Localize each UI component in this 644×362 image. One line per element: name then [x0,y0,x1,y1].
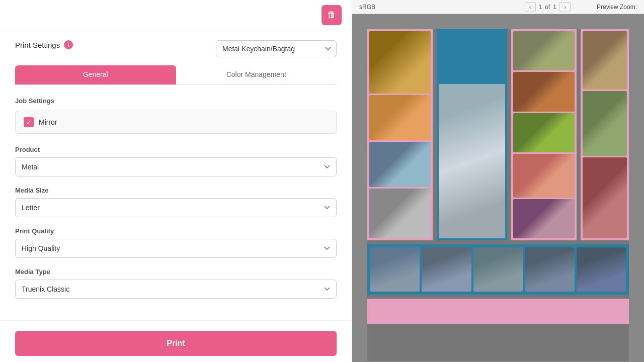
photo-layout-container [367,29,629,361]
photo-kid-car [369,142,431,187]
total-pages: 1 [553,4,556,11]
tabs-row: General Color Management [15,65,337,85]
left-panel: 🗑 Print Settings i Metal Keychain/Bagtag… [0,0,352,362]
photo-partial-3 [583,157,627,238]
photo-outdoor-4 [513,199,575,238]
product-label: Product [15,146,337,153]
print-settings-header-row: Print Settings i Metal Keychain/Bagtag P… [15,40,337,57]
bottom-strip [367,244,629,295]
photo-outdoor-3 [513,113,575,152]
photo-outdoor-2 [513,72,575,111]
mirror-label: Mirror [39,118,57,126]
top-bar: 🗑 [0,0,352,30]
photo-partial-2 [583,91,627,156]
mirror-checkbox[interactable]: ✓ [24,117,34,127]
media-type-dropdown[interactable]: Truenix Classic Matte Glossy Satin [15,280,337,299]
product-top-dropdown[interactable]: Metal Keychain/Bagtag Photo Print Canvas… [216,40,337,57]
photo-car-mirror [439,84,505,238]
photo-teal-block [439,31,505,82]
mirror-row: ✓ Mirror [24,117,328,127]
media-size-dropdown[interactable]: Letter A4 4x6 5x7 8x10 [15,198,337,217]
print-button[interactable]: Print [15,331,337,356]
thumb-man-3 [473,247,523,292]
photo-partial-1 [583,31,627,89]
settings-area: Print Settings i Metal Keychain/Bagtag P… [0,30,352,320]
media-type-group: Media Type Truenix Classic Matte Glossy … [15,268,337,299]
current-page: 1 [539,4,542,11]
job-settings-label: Job Settings [15,97,337,105]
thumb-man-2 [422,247,471,292]
preview-canvas [352,14,644,362]
media-type-label: Media Type [15,268,337,276]
thumb-man-5 [577,247,626,292]
of-label: of [545,4,550,11]
media-size-label: Media Size [15,187,337,194]
print-quality-group: Print Quality Draft Normal High Quality … [15,227,337,258]
strip-col1 [367,29,433,240]
trash-icon: 🗑 [327,10,336,20]
print-settings-title: Print Settings [15,41,60,49]
right-panel: sRGB ‹ 1 of 1 › Preview Zoom: [352,0,644,362]
prev-page-button[interactable]: ‹ [525,2,536,12]
photo-kids-eating [369,95,431,140]
print-settings-header: Print Settings i [15,40,73,49]
strip-col3 [511,29,577,240]
tab-color-management[interactable]: Color Management [176,65,337,84]
tab-general[interactable]: General [15,65,176,84]
print-quality-label: Print Quality [15,227,337,235]
bottom-bar: Print [0,320,352,362]
bottom-pink-bar [367,299,629,324]
product-dropdown[interactable]: Metal Paper Canvas Acrylic [15,157,337,176]
photo-outdoor-1 [513,31,575,70]
right-toolbar: sRGB ‹ 1 of 1 › Preview Zoom: [352,0,644,14]
nav-controls: ‹ 1 of 1 › [525,2,571,12]
photo-wedding [369,189,431,239]
print-quality-dropdown[interactable]: Draft Normal High Quality Best [15,239,337,258]
photo-sombrero [369,31,431,94]
delete-button[interactable]: 🗑 [321,5,342,25]
srgb-label: sRGB [359,4,375,11]
strip-col2 [437,29,507,240]
next-page-button[interactable]: › [559,2,571,12]
photo-toddler [513,154,575,198]
info-icon[interactable]: i [64,40,73,49]
media-size-group: Media Size Letter A4 4x6 5x7 8x10 [15,187,337,217]
job-settings-box: ✓ Mirror [15,111,337,134]
strip-col4 [581,29,629,240]
thumb-man-4 [525,247,574,292]
preview-zoom-label: Preview Zoom: [597,4,637,11]
top-strips [367,29,629,240]
product-group: Product Metal Paper Canvas Acrylic [15,146,337,176]
thumb-man-1 [370,247,420,292]
